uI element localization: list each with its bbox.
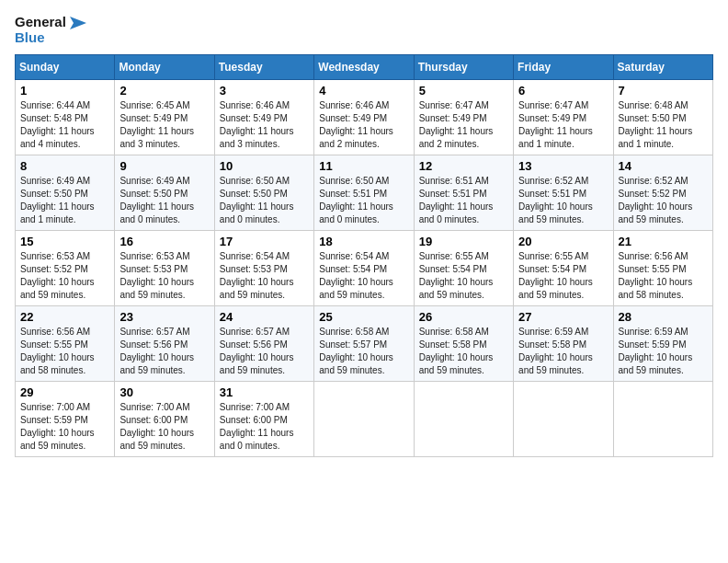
day-number: 13 (518, 159, 608, 173)
calendar: SundayMondayTuesdayWednesdayThursdayFrid… (15, 54, 713, 457)
table-cell: 25 Sunrise: 6:58 AM Sunset: 5:57 PM Dayl… (314, 306, 414, 382)
table-cell: 9 Sunrise: 6:49 AM Sunset: 5:50 PM Dayli… (115, 155, 214, 231)
day-info: Sunrise: 6:53 AM Sunset: 5:52 PM Dayligh… (20, 250, 109, 302)
table-cell (414, 382, 513, 457)
day-info: Sunrise: 6:50 AM Sunset: 5:50 PM Dayligh… (220, 175, 309, 226)
table-cell: 5 Sunrise: 6:47 AM Sunset: 5:49 PM Dayli… (414, 80, 513, 155)
day-info: Sunrise: 7:00 AM Sunset: 6:00 PM Dayligh… (119, 401, 209, 453)
week-row-3: 15 Sunrise: 6:53 AM Sunset: 5:52 PM Dayl… (16, 231, 713, 306)
day-info: Sunrise: 6:55 AM Sunset: 5:54 PM Dayligh… (518, 250, 608, 302)
logo: General Blue (15, 15, 86, 45)
day-info: Sunrise: 6:47 AM Sunset: 5:49 PM Dayligh… (518, 99, 608, 151)
table-cell: 10 Sunrise: 6:50 AM Sunset: 5:50 PM Dayl… (214, 155, 313, 231)
day-info: Sunrise: 6:48 AM Sunset: 5:50 PM Dayligh… (619, 99, 708, 151)
table-cell (314, 382, 414, 457)
header-sunday: Sunday (16, 55, 115, 80)
day-number: 2 (119, 84, 209, 98)
table-cell: 12 Sunrise: 6:51 AM Sunset: 5:51 PM Dayl… (414, 155, 513, 231)
day-info: Sunrise: 7:00 AM Sunset: 5:59 PM Dayligh… (20, 401, 109, 453)
day-number: 16 (119, 235, 209, 248)
header-monday: Monday (115, 55, 214, 80)
table-cell: 15 Sunrise: 6:53 AM Sunset: 5:52 PM Dayl… (16, 231, 115, 306)
day-number: 25 (319, 310, 408, 324)
table-cell: 31 Sunrise: 7:00 AM Sunset: 6:00 PM Dayl… (214, 382, 313, 457)
day-number: 19 (419, 235, 508, 248)
day-number: 21 (619, 235, 708, 248)
table-cell: 11 Sunrise: 6:50 AM Sunset: 5:51 PM Dayl… (314, 155, 414, 231)
day-info: Sunrise: 6:50 AM Sunset: 5:51 PM Dayligh… (319, 175, 408, 226)
day-info: Sunrise: 6:46 AM Sunset: 5:49 PM Dayligh… (319, 99, 408, 151)
day-info: Sunrise: 6:56 AM Sunset: 5:55 PM Dayligh… (619, 250, 708, 302)
day-info: Sunrise: 6:47 AM Sunset: 5:49 PM Dayligh… (419, 99, 508, 151)
table-cell: 30 Sunrise: 7:00 AM Sunset: 6:00 PM Dayl… (115, 382, 214, 457)
day-number: 9 (119, 159, 209, 173)
header-wednesday: Wednesday (314, 55, 414, 80)
table-cell: 18 Sunrise: 6:54 AM Sunset: 5:54 PM Dayl… (314, 231, 414, 306)
table-cell: 21 Sunrise: 6:56 AM Sunset: 5:55 PM Dayl… (613, 231, 712, 306)
day-number: 11 (319, 159, 408, 173)
week-row-1: 1 Sunrise: 6:44 AM Sunset: 5:48 PM Dayli… (16, 80, 713, 155)
day-info: Sunrise: 6:58 AM Sunset: 5:58 PM Dayligh… (419, 326, 508, 377)
day-number: 7 (619, 84, 708, 98)
day-info: Sunrise: 7:00 AM Sunset: 6:00 PM Dayligh… (220, 401, 309, 453)
day-info: Sunrise: 6:45 AM Sunset: 5:49 PM Dayligh… (119, 99, 209, 151)
logo-blue: Blue (15, 30, 86, 46)
week-row-2: 8 Sunrise: 6:49 AM Sunset: 5:50 PM Dayli… (16, 155, 713, 231)
table-cell: 7 Sunrise: 6:48 AM Sunset: 5:50 PM Dayli… (613, 80, 712, 155)
day-info: Sunrise: 6:55 AM Sunset: 5:54 PM Dayligh… (419, 250, 508, 302)
day-number: 8 (20, 159, 109, 173)
day-number: 1 (20, 84, 109, 98)
day-info: Sunrise: 6:58 AM Sunset: 5:57 PM Dayligh… (319, 326, 408, 377)
day-number: 26 (419, 310, 508, 324)
table-cell: 19 Sunrise: 6:55 AM Sunset: 5:54 PM Dayl… (414, 231, 513, 306)
table-cell: 14 Sunrise: 6:52 AM Sunset: 5:52 PM Dayl… (613, 155, 712, 231)
day-info: Sunrise: 6:49 AM Sunset: 5:50 PM Dayligh… (119, 175, 209, 226)
day-info: Sunrise: 6:57 AM Sunset: 5:56 PM Dayligh… (119, 326, 209, 377)
table-cell: 1 Sunrise: 6:44 AM Sunset: 5:48 PM Dayli… (16, 80, 115, 155)
week-row-4: 22 Sunrise: 6:56 AM Sunset: 5:55 PM Dayl… (16, 306, 713, 382)
table-cell: 24 Sunrise: 6:57 AM Sunset: 5:56 PM Dayl… (214, 306, 313, 382)
table-cell: 17 Sunrise: 6:54 AM Sunset: 5:53 PM Dayl… (214, 231, 313, 306)
table-cell (514, 382, 613, 457)
day-info: Sunrise: 6:54 AM Sunset: 5:53 PM Dayligh… (220, 250, 309, 302)
day-number: 27 (518, 310, 608, 324)
day-number: 23 (119, 310, 209, 324)
table-cell: 4 Sunrise: 6:46 AM Sunset: 5:49 PM Dayli… (314, 80, 414, 155)
logo-container: General Blue (15, 15, 86, 45)
day-info: Sunrise: 6:53 AM Sunset: 5:53 PM Dayligh… (119, 250, 209, 302)
day-number: 31 (220, 385, 309, 399)
table-cell: 27 Sunrise: 6:59 AM Sunset: 5:58 PM Dayl… (514, 306, 613, 382)
table-cell: 28 Sunrise: 6:59 AM Sunset: 5:59 PM Dayl… (613, 306, 712, 382)
page-header: General Blue (15, 15, 713, 45)
day-info: Sunrise: 6:51 AM Sunset: 5:51 PM Dayligh… (419, 175, 508, 226)
table-cell: 26 Sunrise: 6:58 AM Sunset: 5:58 PM Dayl… (414, 306, 513, 382)
day-info: Sunrise: 6:59 AM Sunset: 5:59 PM Dayligh… (619, 326, 708, 377)
week-row-5: 29 Sunrise: 7:00 AM Sunset: 5:59 PM Dayl… (16, 382, 713, 457)
day-number: 24 (220, 310, 309, 324)
day-number: 28 (619, 310, 708, 324)
day-number: 29 (20, 385, 109, 399)
table-cell: 2 Sunrise: 6:45 AM Sunset: 5:49 PM Dayli… (115, 80, 214, 155)
header-tuesday: Tuesday (214, 55, 313, 80)
logo-text-block: General Blue (15, 15, 86, 45)
day-number: 22 (20, 310, 109, 324)
header-thursday: Thursday (414, 55, 513, 80)
day-info: Sunrise: 6:57 AM Sunset: 5:56 PM Dayligh… (220, 326, 309, 377)
table-cell: 3 Sunrise: 6:46 AM Sunset: 5:49 PM Dayli… (214, 80, 313, 155)
logo-general: General (15, 15, 86, 30)
table-cell: 22 Sunrise: 6:56 AM Sunset: 5:55 PM Dayl… (16, 306, 115, 382)
day-info: Sunrise: 6:44 AM Sunset: 5:48 PM Dayligh… (20, 99, 109, 151)
table-cell: 13 Sunrise: 6:52 AM Sunset: 5:51 PM Dayl… (514, 155, 613, 231)
day-number: 30 (119, 385, 209, 399)
day-number: 18 (319, 235, 408, 248)
day-number: 15 (20, 235, 109, 248)
day-info: Sunrise: 6:54 AM Sunset: 5:54 PM Dayligh… (319, 250, 408, 302)
day-number: 5 (419, 84, 508, 98)
calendar-header-row: SundayMondayTuesdayWednesdayThursdayFrid… (16, 55, 713, 80)
day-number: 10 (220, 159, 309, 173)
day-info: Sunrise: 6:56 AM Sunset: 5:55 PM Dayligh… (20, 326, 109, 377)
table-cell: 16 Sunrise: 6:53 AM Sunset: 5:53 PM Dayl… (115, 231, 214, 306)
day-number: 17 (220, 235, 309, 248)
day-info: Sunrise: 6:59 AM Sunset: 5:58 PM Dayligh… (518, 326, 608, 377)
day-number: 12 (419, 159, 508, 173)
